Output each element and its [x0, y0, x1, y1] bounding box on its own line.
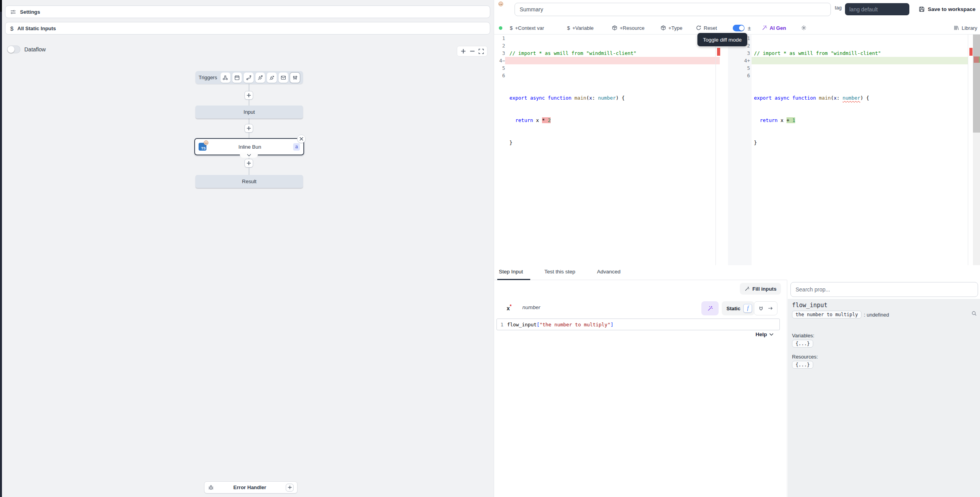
flow-settings-label: Settings: [20, 9, 40, 15]
tab-advanced[interactable]: Advanced: [597, 269, 620, 275]
tab-test-this-step[interactable]: Test this step: [544, 269, 575, 275]
status-dot-icon: [499, 26, 502, 30]
fill-inputs-label: Fill inputs: [752, 286, 776, 292]
static-mode-toggle[interactable]: Static f: [722, 301, 754, 315]
editor-scrollbar-thumb[interactable]: [973, 35, 980, 133]
dataflow-row: Dataflow: [7, 46, 46, 53]
field-name-label: x*: [507, 304, 511, 311]
package-icon: [661, 25, 666, 31]
code-diff-editor[interactable]: 12 34− 56 // import * as wmill from "win…: [494, 35, 980, 265]
remove-step-button[interactable]: [297, 135, 306, 143]
add-resource-button[interactable]: +Resource: [612, 22, 644, 34]
search-icon[interactable]: [971, 311, 977, 316]
scheduled-poll-trigger-icon[interactable]: [290, 73, 300, 83]
dollar-icon: $: [10, 25, 13, 32]
save-to-workspace-label: Save to workspace: [928, 6, 976, 12]
step-tabs: Step Input Test this step Advanced: [494, 265, 787, 280]
chevron-down-icon: [769, 333, 774, 336]
reset-label: Reset: [704, 25, 717, 31]
diff-mode-controls: ±: [733, 22, 751, 34]
add-step-button-bottom[interactable]: [245, 159, 253, 167]
route-trigger-icon[interactable]: [244, 73, 254, 83]
bun-logo-icon: [498, 2, 503, 6]
resources-object-chip[interactable]: {...}: [792, 361, 813, 369]
step-expand-chevron[interactable]: [240, 153, 258, 158]
graph-zoom-controls: [457, 46, 487, 56]
websocket-trigger-icon[interactable]: [255, 73, 265, 83]
search-prop-input[interactable]: [790, 282, 978, 297]
help-dropdown[interactable]: Help: [756, 331, 774, 337]
custom-trigger-icon[interactable]: [267, 73, 277, 83]
error-handler-node[interactable]: Error Handler: [204, 481, 297, 493]
right-pane-divider: [968, 35, 968, 265]
add-variable-label: +Variable: [572, 25, 593, 31]
dataflow-toggle[interactable]: [7, 46, 20, 53]
zoom-out-button[interactable]: [469, 48, 475, 54]
diff-mode-toggle[interactable]: [733, 25, 745, 31]
variables-object-chip[interactable]: {...}: [792, 340, 813, 348]
plug-icon: [758, 306, 764, 311]
magic-wand-icon: [762, 25, 767, 31]
input-expression-editor[interactable]: 1 flow_input["the number to multiply"]: [496, 319, 780, 330]
resources-label: Resources:: [792, 354, 818, 360]
dataflow-label: Dataflow: [24, 46, 46, 53]
function-mode-icon[interactable]: f: [743, 304, 752, 313]
prop-value: : undefined: [864, 312, 889, 318]
fill-inputs-button[interactable]: Fill inputs: [740, 283, 781, 295]
static-label: Static: [726, 306, 740, 311]
tag-input[interactable]: [845, 3, 909, 15]
summary-input[interactable]: [515, 3, 831, 16]
error-handler-label: Error Handler: [217, 484, 283, 490]
dollar-icon: $: [510, 25, 513, 31]
add-context-var-button[interactable]: $ +Context var: [510, 22, 544, 34]
ai-gen-button[interactable]: AI Gen: [762, 22, 786, 34]
original-code-pane[interactable]: // import * as wmill from "windmill-clie…: [509, 35, 637, 184]
variables-label: Variables:: [792, 333, 814, 339]
required-mark: *: [510, 304, 512, 309]
package-icon: [612, 25, 617, 31]
add-context-var-label: +Context var: [515, 25, 544, 31]
step-id-badge: a: [293, 143, 300, 151]
webhook-trigger-icon[interactable]: [221, 73, 230, 83]
all-static-inputs-button[interactable]: $ All Static Inputs: [5, 22, 490, 35]
ai-fill-field-button[interactable]: [701, 301, 719, 315]
add-resource-label: +Resource: [620, 25, 644, 31]
plus-minus-icon[interactable]: ±: [748, 25, 751, 31]
connect-input-controls[interactable]: [754, 301, 777, 315]
add-type-label: +Type: [668, 25, 683, 31]
bun-logo-icon: [204, 140, 208, 145]
email-trigger-icon[interactable]: [279, 73, 288, 83]
schedule-trigger-icon[interactable]: [232, 73, 242, 83]
save-to-workspace-button[interactable]: Save to workspace: [919, 4, 976, 14]
sliders-icon: [10, 9, 16, 15]
left-overview-removed-mark: [717, 48, 720, 56]
add-type-button[interactable]: +Type: [661, 22, 683, 34]
modified-code-pane[interactable]: // import * as wmill from "windmill-clie…: [754, 35, 881, 184]
fullscreen-button[interactable]: [478, 49, 484, 54]
flow-settings-button[interactable]: Settings: [5, 5, 490, 18]
flow-editor-panel: Settings $ All Static Inputs Dataflow Tr…: [2, 0, 494, 497]
add-error-handler-button[interactable]: [286, 484, 294, 492]
add-variable-button[interactable]: $ +Variable: [567, 22, 594, 34]
overview-removed-mark: [974, 56, 979, 63]
prop-chip[interactable]: the number to multiply: [792, 311, 861, 319]
magic-wand-icon: [745, 286, 750, 291]
input-node-label: Input: [244, 109, 255, 115]
flow-input-prop[interactable]: flow_input: [792, 302, 827, 309]
flow-node-input[interactable]: Input: [195, 106, 303, 118]
expression-line-number: 1: [497, 322, 507, 328]
ai-gen-label: AI Gen: [770, 25, 786, 31]
flow-node-result[interactable]: Result: [195, 175, 303, 188]
active-tab-underline: [497, 279, 530, 280]
library-label: Library: [962, 25, 977, 31]
add-step-button-middle[interactable]: [245, 124, 253, 133]
library-button[interactable]: Library: [954, 22, 977, 34]
reset-button[interactable]: Reset: [696, 22, 717, 34]
left-pane-divider: [715, 35, 716, 265]
left-line-numbers: 12 34− 56: [494, 35, 505, 79]
tab-step-input[interactable]: Step Input: [499, 269, 523, 275]
add-step-button-top[interactable]: [245, 91, 253, 100]
editor-settings-button[interactable]: [801, 22, 807, 34]
all-static-inputs-label: All Static Inputs: [17, 25, 56, 31]
zoom-in-button[interactable]: [460, 48, 466, 54]
